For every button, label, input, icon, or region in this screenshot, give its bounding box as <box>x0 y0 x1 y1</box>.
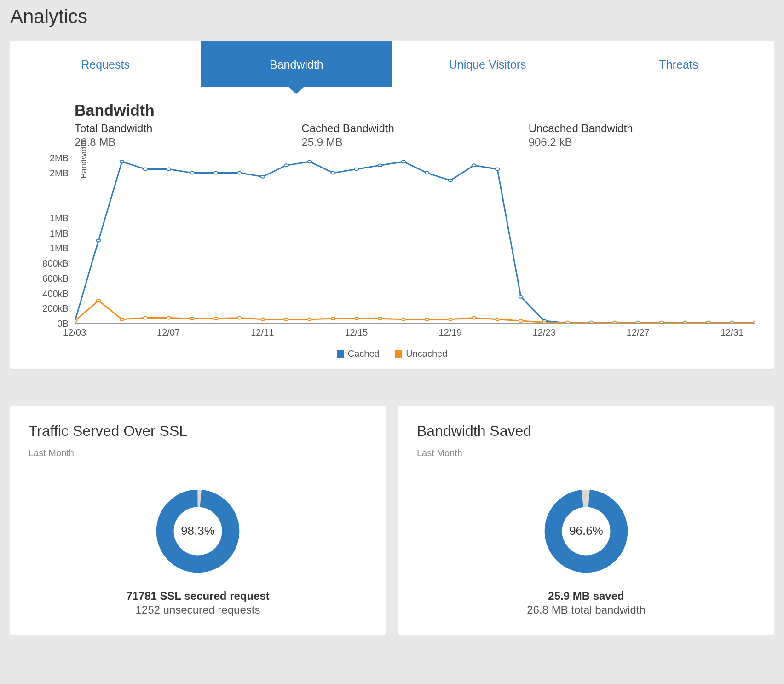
svg-point-54 <box>636 321 640 323</box>
svg-point-59 <box>754 321 755 323</box>
svg-point-55 <box>660 321 664 323</box>
legend-cached-label: Cached <box>348 348 380 359</box>
y-tick: 200kB <box>42 303 69 314</box>
stat-uncached: Uncached Bandwidth 906.2 kB <box>529 122 755 149</box>
y-tick: 800kB <box>42 258 69 269</box>
card-saved: Bandwidth Saved Last Month 96.6% 25.9 MB… <box>398 406 774 635</box>
svg-point-40 <box>308 318 312 321</box>
y-axis: 2MB2MB1MB1MB1MB800kB600kB400kB200kB0B <box>29 158 72 324</box>
svg-point-37 <box>237 317 242 319</box>
svg-point-56 <box>683 321 687 323</box>
legend-cached: Cached <box>337 348 380 359</box>
tab-bandwidth[interactable]: Bandwidth <box>201 41 392 87</box>
legend-uncached-label: Uncached <box>406 348 447 359</box>
stat-uncached-label: Uncached Bandwidth <box>529 122 755 135</box>
card-saved-subtitle: Last Month <box>417 448 755 469</box>
card-ssl-sub: 1252 unsecured requests <box>136 603 260 616</box>
donut-saved-percent: 96.6% <box>538 483 634 580</box>
svg-point-42 <box>355 317 359 320</box>
svg-point-3 <box>143 168 147 170</box>
svg-point-15 <box>425 172 429 174</box>
y-tick: 400kB <box>42 288 69 299</box>
svg-point-47 <box>472 317 476 319</box>
stat-cached-label: Cached Bandwidth <box>301 122 528 135</box>
donut-saved-wrap: 96.6% 25.9 MB saved 26.8 MB total bandwi… <box>417 483 755 616</box>
svg-point-36 <box>214 317 218 320</box>
svg-point-17 <box>472 164 476 167</box>
y-tick: 2MB <box>50 153 69 163</box>
y-tick: 1MB <box>50 228 69 238</box>
donut-ssl-wrap: 98.3% 71781 SSL secured request 1252 uns… <box>29 483 367 616</box>
x-tick: 12/11 <box>251 327 274 338</box>
card-ssl-main: 71781 SSL secured request <box>126 590 270 603</box>
svg-point-11 <box>331 172 335 174</box>
stat-total-value: 26.8 MB <box>75 136 301 149</box>
svg-point-5 <box>190 172 195 174</box>
page-title: Analytics <box>0 0 784 41</box>
svg-point-52 <box>589 321 594 323</box>
legend-swatch-cached <box>337 350 344 358</box>
svg-point-45 <box>425 318 429 321</box>
card-saved-title: Bandwidth Saved <box>417 423 755 440</box>
svg-point-43 <box>378 317 382 320</box>
donut-ssl-percent: 98.3% <box>150 483 246 580</box>
tab-requests[interactable]: Requests <box>10 41 201 87</box>
svg-point-16 <box>449 179 453 182</box>
x-tick: 12/19 <box>439 327 462 338</box>
y-tick: 1MB <box>50 213 69 223</box>
stat-uncached-value: 906.2 kB <box>529 136 755 149</box>
svg-point-31 <box>97 299 101 302</box>
svg-point-44 <box>402 318 406 321</box>
svg-point-49 <box>519 319 523 322</box>
stats-row: Total Bandwidth 26.8 MB Cached Bandwidth… <box>29 122 755 149</box>
tab-threats[interactable]: Threats <box>583 41 774 87</box>
x-tick: 12/07 <box>157 327 180 338</box>
svg-point-4 <box>167 168 171 170</box>
donut-saved[interactable]: 96.6% <box>538 483 634 580</box>
svg-point-48 <box>496 318 500 321</box>
svg-point-18 <box>496 168 500 170</box>
svg-point-51 <box>566 321 570 323</box>
card-saved-sub: 26.8 MB total bandwidth <box>527 603 646 616</box>
svg-point-53 <box>613 321 617 323</box>
stat-cached-value: 25.9 MB <box>301 136 528 149</box>
card-ssl-subtitle: Last Month <box>29 448 367 469</box>
svg-point-12 <box>355 168 359 170</box>
svg-point-58 <box>730 321 734 323</box>
legend-swatch-uncached <box>395 350 402 358</box>
svg-point-14 <box>402 160 406 163</box>
svg-point-9 <box>284 164 288 167</box>
cards-row: Traffic Served Over SSL Last Month 98.3%… <box>10 406 774 635</box>
svg-point-1 <box>97 239 101 242</box>
svg-point-32 <box>120 318 124 321</box>
svg-point-41 <box>331 317 335 320</box>
stat-total-label: Total Bandwidth <box>75 122 301 135</box>
line-chart[interactable] <box>75 158 755 324</box>
y-tick: 600kB <box>42 273 69 284</box>
card-saved-main: 25.9 MB saved <box>548 590 624 603</box>
card-ssl-title: Traffic Served Over SSL <box>29 423 367 440</box>
chart-wrap: 2MB2MB1MB1MB1MB800kB600kB400kB200kB0B Ba… <box>29 158 755 346</box>
x-tick: 12/31 <box>721 327 744 338</box>
svg-point-38 <box>261 318 265 321</box>
donut-ssl[interactable]: 98.3% <box>150 483 246 580</box>
svg-point-13 <box>378 164 382 167</box>
chart-section: Bandwidth Total Bandwidth 26.8 MB Cached… <box>10 87 774 369</box>
svg-point-2 <box>120 160 124 163</box>
svg-point-57 <box>707 321 711 323</box>
svg-point-50 <box>542 321 547 323</box>
svg-point-8 <box>261 175 265 178</box>
y-tick: 1MB <box>50 243 69 254</box>
stat-cached: Cached Bandwidth 25.9 MB <box>301 122 528 149</box>
svg-point-35 <box>190 317 195 320</box>
svg-point-7 <box>237 172 242 174</box>
legend-uncached: Uncached <box>395 348 447 359</box>
svg-point-46 <box>449 318 453 321</box>
tab-visitors[interactable]: Unique Visitors <box>392 41 583 87</box>
svg-point-34 <box>167 317 171 319</box>
svg-point-10 <box>308 160 312 163</box>
chart-legend: Cached Uncached <box>29 348 755 360</box>
x-tick: 12/27 <box>627 327 650 338</box>
card-ssl: Traffic Served Over SSL Last Month 98.3%… <box>10 406 386 635</box>
y-tick: 2MB <box>50 168 69 178</box>
